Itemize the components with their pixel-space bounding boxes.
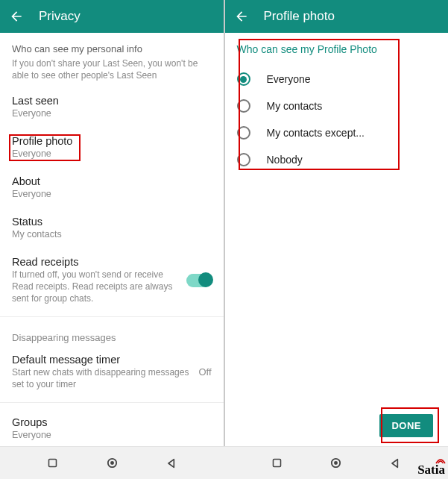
item-value: Off	[198, 366, 211, 378]
radio-option-nobody[interactable]: Nobody	[237, 146, 437, 173]
triangle-back-icon	[389, 457, 401, 469]
read-receipts-switch[interactable]	[186, 274, 212, 287]
item-title: Groups	[12, 416, 212, 428]
svg-point-5	[334, 461, 338, 465]
item-note: Start new chats with disappearing messag…	[12, 367, 191, 390]
nav-back-button[interactable]	[165, 457, 178, 470]
item-title: Last seen	[12, 95, 212, 107]
appbar: Privacy	[0, 0, 224, 33]
appbar-title: Profile photo	[264, 9, 335, 24]
nav-home-button[interactable]	[105, 457, 119, 470]
radio-button-icon	[237, 72, 250, 86]
back-button[interactable]	[233, 7, 250, 25]
section-header: Who can see my personal info	[12, 43, 212, 54]
divider	[0, 402, 224, 403]
item-title: Status	[12, 216, 212, 228]
item-value: My contacts	[12, 229, 212, 240]
radio-button-icon	[237, 99, 250, 113]
status-item[interactable]: Status My contacts	[0, 207, 224, 247]
privacy-content: Who can see my personal info If you don'…	[0, 33, 224, 446]
item-title: Default message timer	[12, 354, 191, 366]
radio-option-my-contacts-except[interactable]: My contacts except...	[237, 119, 437, 146]
arrow-back-icon	[234, 9, 249, 24]
wifi-arc-icon	[435, 457, 446, 465]
svg-rect-0	[49, 460, 57, 467]
item-value: Everyone	[12, 430, 212, 440]
done-button[interactable]: DONE	[379, 414, 433, 437]
radio-label: My contacts	[267, 100, 323, 112]
arrow-back-icon	[9, 9, 24, 24]
svg-rect-3	[273, 460, 280, 467]
radio-option-everyone[interactable]: Everyone	[237, 66, 437, 93]
square-icon	[47, 457, 58, 469]
item-title: About	[12, 175, 212, 187]
nav-recent-button[interactable]	[270, 457, 283, 470]
item-title: Read receipts	[12, 256, 179, 268]
profile-photo-content: Who can see my Profile Photo Everyone My…	[225, 33, 449, 446]
radio-label: Everyone	[267, 73, 311, 85]
android-navbar	[0, 446, 448, 479]
svg-point-2	[110, 461, 114, 465]
appbar: Profile photo	[225, 0, 449, 33]
profile-photo-screen: Profile photo Who can see my Profile Pho…	[225, 0, 449, 446]
radio-button-icon	[237, 126, 250, 140]
section-subtext: If you don't share your Last Seen, you w…	[12, 57, 212, 81]
appbar-title: Privacy	[39, 9, 81, 24]
read-receipts-item[interactable]: Read receipts If turned off, you won't s…	[0, 247, 224, 312]
square-icon	[271, 457, 283, 469]
radio-group-header: Who can see my Profile Photo	[237, 43, 437, 55]
profile-photo-item[interactable]: Profile photo Everyone	[0, 126, 224, 166]
item-value: Everyone	[12, 189, 212, 199]
disappearing-header: Disappearing messages	[0, 322, 224, 345]
radio-button-icon	[237, 153, 250, 166]
about-item[interactable]: About Everyone	[0, 166, 224, 207]
item-title: Profile photo	[12, 135, 212, 147]
privacy-screen: Privacy Who can see my personal info If …	[0, 0, 224, 446]
nav-home-button[interactable]	[329, 457, 343, 470]
last-seen-item[interactable]: Last seen Everyone	[0, 86, 224, 126]
radio-option-my-contacts[interactable]: My contacts	[237, 93, 437, 119]
nav-back-button[interactable]	[388, 457, 402, 470]
triangle-back-icon	[165, 457, 177, 469]
groups-item[interactable]: Groups Everyone	[0, 407, 224, 446]
item-note: If turned off, you won't send or receive…	[12, 269, 179, 304]
item-value: Everyone	[12, 148, 212, 159]
watermark: Satia	[417, 463, 445, 478]
nav-recent-button[interactable]	[46, 457, 60, 470]
circle-icon	[329, 457, 342, 469]
back-button[interactable]	[7, 7, 25, 25]
divider	[0, 316, 224, 317]
radio-label: Nobody	[267, 154, 303, 166]
item-value: Everyone	[12, 108, 212, 119]
default-timer-item[interactable]: Default message timer Start new chats wi…	[0, 345, 224, 398]
radio-label: My contacts except...	[267, 127, 365, 139]
circle-icon	[106, 457, 119, 469]
